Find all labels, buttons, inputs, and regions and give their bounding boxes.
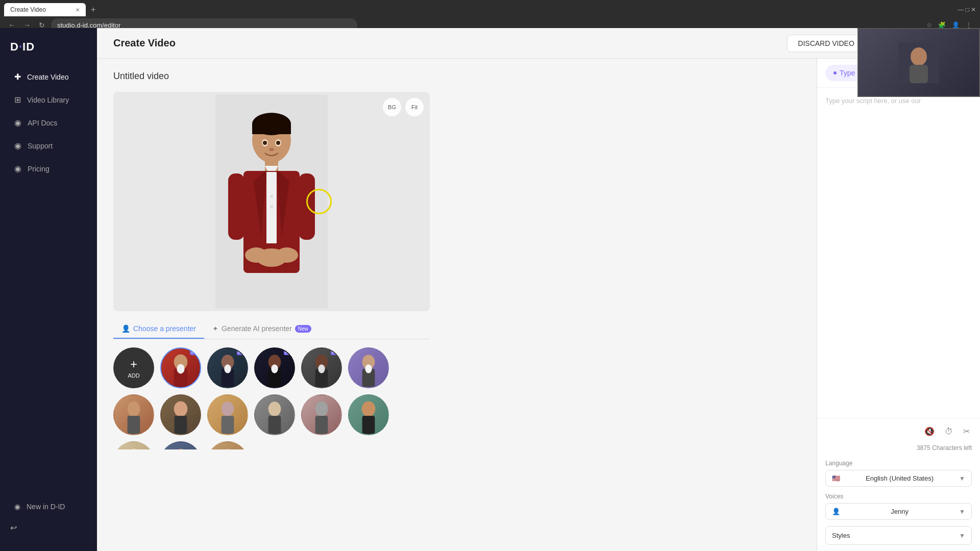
webcam-person bbox=[898, 42, 939, 83]
webcam-content bbox=[859, 29, 979, 96]
presenter-avatar-5[interactable] bbox=[348, 347, 389, 388]
svg-point-33 bbox=[318, 364, 325, 373]
presenter-avatar-4[interactable]: HQ bbox=[301, 347, 342, 388]
presenter-avatar-2[interactable]: HQ bbox=[207, 347, 248, 388]
add-btn-label: ADD bbox=[128, 372, 139, 379]
svg-rect-42 bbox=[222, 416, 234, 434]
close-tab-btn[interactable]: ✕ bbox=[76, 7, 80, 13]
presenter-avatar-10[interactable] bbox=[301, 394, 342, 435]
svg-point-53 bbox=[222, 448, 234, 449]
timer-button[interactable]: ⏱ bbox=[943, 425, 955, 438]
video-title[interactable]: Untitled video bbox=[113, 71, 800, 82]
presenter-avatar-13[interactable] bbox=[160, 441, 201, 449]
svg-point-10 bbox=[270, 195, 273, 198]
presenter-svg bbox=[215, 94, 328, 309]
window-controls: — □ ✕ bbox=[958, 6, 976, 13]
sidebar-nav: ✚ Create Video ⊞ Video Library ◉ API Doc… bbox=[0, 66, 97, 492]
tab-title: Create Video bbox=[10, 6, 46, 13]
sidebar-label-video-library: Video Library bbox=[27, 96, 69, 104]
svg-rect-3 bbox=[252, 124, 291, 134]
new-tab-button[interactable]: + bbox=[88, 4, 99, 15]
script-placeholder-text: Type your script here, or use our bbox=[825, 96, 972, 106]
svg-rect-57 bbox=[910, 65, 928, 83]
fit-label: Fit bbox=[411, 104, 418, 110]
hq-badge-2: HQ bbox=[237, 349, 246, 355]
audio-controls: 🔇 ⏱ ✂ bbox=[825, 424, 972, 438]
sidebar-item-support[interactable]: ◉ Support bbox=[4, 135, 93, 157]
presenter-avatar-1[interactable]: HQ bbox=[160, 347, 201, 388]
pricing-icon: ◉ bbox=[14, 164, 21, 173]
svg-point-16 bbox=[256, 248, 287, 267]
sidebar: D·ID ✚ Create Video ⊞ Video Library ◉ AP… bbox=[0, 28, 97, 551]
svg-point-49 bbox=[128, 448, 140, 449]
characters-left: 3875 Characters left bbox=[825, 444, 972, 452]
language-label: Language bbox=[825, 460, 972, 467]
svg-point-45 bbox=[315, 401, 328, 416]
browser-tab[interactable]: Create Video ✕ bbox=[4, 3, 86, 16]
bg-button[interactable]: BG bbox=[383, 98, 401, 116]
svg-point-19 bbox=[263, 141, 267, 145]
sidebar-item-new-in-did[interactable]: ◉ New in D-ID bbox=[4, 496, 93, 517]
hq-badge-3: HQ bbox=[284, 349, 293, 355]
hq-badge-1: HQ bbox=[190, 349, 199, 355]
presenter-avatar-6[interactable] bbox=[113, 394, 154, 435]
voices-select[interactable]: 👤 Jenny ▼ bbox=[825, 503, 972, 520]
svg-point-27 bbox=[224, 364, 231, 373]
svg-point-11 bbox=[270, 205, 273, 208]
tab-bar: Create Video ✕ + — □ ✕ bbox=[0, 0, 980, 16]
svg-point-43 bbox=[268, 402, 281, 416]
presenter-avatar-12[interactable] bbox=[113, 441, 154, 449]
main-content: Create Video DISCARD VIDEO ▶ GENERATE VI… bbox=[97, 28, 980, 551]
svg-point-51 bbox=[175, 448, 187, 449]
svg-point-41 bbox=[222, 402, 234, 416]
presenter-avatar-9[interactable] bbox=[254, 394, 295, 435]
voices-label: Voices bbox=[825, 493, 972, 500]
top-bar: Create Video DISCARD VIDEO ▶ GENERATE VI… bbox=[97, 28, 980, 59]
fit-button[interactable]: Fit bbox=[405, 98, 424, 116]
browser-chrome: Create Video ✕ + — □ ✕ ← → ↻ ☆ 🧩 👤 ⋮ bbox=[0, 0, 980, 28]
video-preview: BG Fit bbox=[113, 92, 430, 311]
script-area[interactable]: Type your script here, or use our bbox=[817, 88, 980, 418]
svg-rect-44 bbox=[268, 416, 281, 434]
presenter-avatar-8[interactable] bbox=[207, 394, 248, 435]
editor-area: Untitled video bbox=[97, 59, 980, 551]
app-container: D·ID ✚ Create Video ⊞ Video Library ◉ AP… bbox=[0, 28, 980, 551]
new-badge: New bbox=[295, 325, 311, 333]
language-dropdown-arrow: ▼ bbox=[959, 475, 965, 482]
right-panel: Type Type your script here, or use our 🔇… bbox=[817, 59, 980, 551]
api-docs-icon: ◉ bbox=[14, 118, 21, 128]
presenter-avatar-7[interactable] bbox=[160, 394, 201, 435]
sidebar-item-api-docs[interactable]: ◉ API Docs bbox=[4, 112, 93, 134]
voices-dropdown-arrow: ▼ bbox=[959, 508, 965, 515]
voice-icon: 👤 bbox=[832, 508, 840, 515]
sidebar-item-video-library[interactable]: ⊞ Video Library bbox=[4, 89, 93, 111]
right-panel-bottom: 🔇 ⏱ ✂ 3875 Characters left Language 🇺🇸 E… bbox=[817, 418, 980, 551]
hq-badge-4: HQ bbox=[331, 349, 340, 355]
add-presenter-button[interactable]: + ADD bbox=[113, 347, 154, 388]
back-nav-icon[interactable]: ↩ bbox=[0, 517, 97, 539]
tab-choose-presenter[interactable]: 👤 Choose a presenter bbox=[113, 319, 204, 339]
video-controls-overlay: BG Fit bbox=[383, 98, 424, 116]
svg-point-39 bbox=[174, 401, 188, 416]
styles-group[interactable]: Styles ▼ bbox=[825, 526, 972, 545]
center-panel: Untitled video bbox=[97, 59, 817, 551]
page-title: Create Video bbox=[113, 37, 176, 49]
svg-point-56 bbox=[911, 47, 927, 66]
mute-button[interactable]: 🔇 bbox=[922, 424, 937, 438]
svg-point-21 bbox=[269, 148, 274, 151]
create-video-icon: ✚ bbox=[14, 72, 21, 82]
svg-rect-13 bbox=[299, 173, 315, 240]
sidebar-item-create-video[interactable]: ✚ Create Video bbox=[4, 66, 93, 88]
tab-generate-ai-presenter[interactable]: ✦ Generate AI presenter New bbox=[204, 319, 320, 339]
language-select[interactable]: 🇺🇸 English (United States) ▼ bbox=[825, 470, 972, 487]
styles-label: Styles bbox=[832, 532, 850, 539]
svg-rect-46 bbox=[315, 416, 328, 434]
presenter-avatar-14[interactable] bbox=[207, 441, 248, 449]
trim-button[interactable]: ✂ bbox=[961, 424, 972, 438]
sidebar-item-pricing[interactable]: ◉ Pricing bbox=[4, 158, 93, 180]
svg-point-20 bbox=[276, 141, 280, 145]
generate-ai-label: Generate AI presenter bbox=[222, 324, 292, 333]
discard-video-button[interactable]: DISCARD VIDEO bbox=[787, 35, 865, 52]
presenter-avatar-3[interactable]: HQ bbox=[254, 347, 295, 388]
presenter-avatar-11[interactable] bbox=[348, 394, 389, 435]
